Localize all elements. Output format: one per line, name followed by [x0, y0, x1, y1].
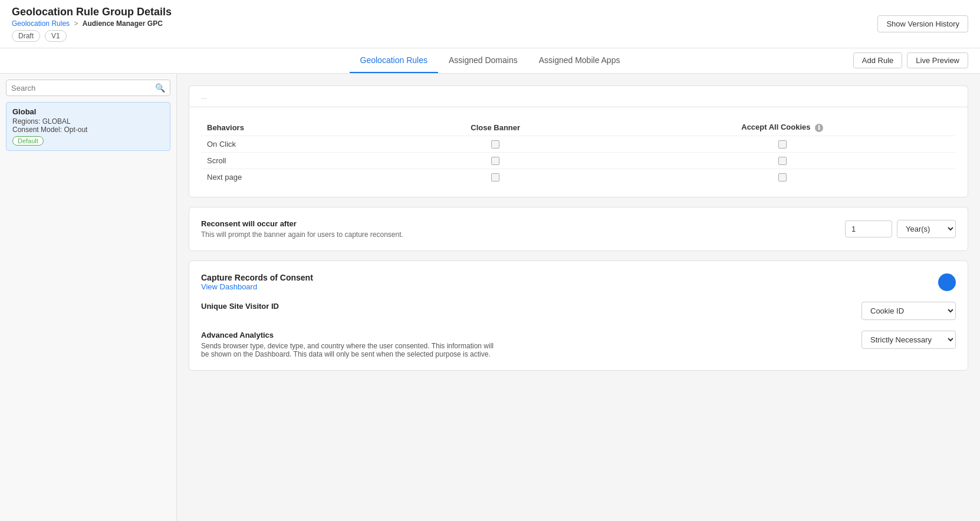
- reconsent-period-select[interactable]: Year(s) Month(s) Day(s): [897, 220, 956, 238]
- breadcrumb: Geolocation Rules > Audience Manager GPC: [12, 19, 172, 28]
- row-scroll-close-banner: [382, 153, 609, 169]
- consent-value: Opt-out: [64, 126, 87, 134]
- sidebar-item-title: Global: [12, 107, 164, 116]
- sidebar-item-region: Regions: GLOBAL: [12, 117, 164, 126]
- default-badge: Default: [12, 136, 44, 146]
- search-input[interactable]: [11, 84, 155, 93]
- draft-badge: Draft: [12, 30, 40, 42]
- tab-assigned-domains[interactable]: Assigned Domains: [438, 48, 528, 73]
- view-dashboard-link[interactable]: View Dashboard: [201, 282, 257, 291]
- col-accept-all-cookies: Accept All Cookies ℹ: [609, 119, 956, 136]
- header-badges: Draft V1: [12, 30, 172, 42]
- version-history-button[interactable]: Show Version History: [877, 15, 968, 32]
- search-icon: 🔍: [155, 83, 165, 93]
- row-onclick-label: On Click: [201, 136, 382, 153]
- unique-visitor-select[interactable]: Cookie ID Session ID Other: [861, 302, 956, 320]
- partial-top-card: ...: [189, 85, 968, 107]
- behaviors-card: Behaviors Close Banner Accept All Cookie…: [189, 107, 968, 197]
- checkbox-onclick-close[interactable]: [491, 140, 499, 149]
- unique-visitor-label-group: Unique Site Visitor ID: [201, 302, 279, 311]
- row-scroll-label: Scroll: [201, 153, 382, 169]
- row-scroll-accept-all: [609, 153, 956, 169]
- reconsent-title: Reconsent will occur after: [201, 219, 403, 228]
- checkbox-nextpage-accept[interactable]: [778, 173, 787, 182]
- add-rule-button[interactable]: Add Rule: [853, 52, 902, 68]
- row-onclick-accept-all: [609, 136, 956, 153]
- capture-title: Capture Records of Consent: [201, 273, 313, 282]
- col-close-banner: Close Banner: [382, 119, 609, 136]
- sidebar: 🔍 Global Regions: GLOBAL Consent Model: …: [0, 74, 177, 521]
- table-row-onclick: On Click: [201, 136, 956, 153]
- unique-visitor-row: Unique Site Visitor ID Cookie ID Session…: [201, 302, 956, 320]
- advanced-analytics-row: Advanced Analytics Sends browser type, d…: [201, 331, 956, 358]
- sidebar-item-global[interactable]: Global Regions: GLOBAL Consent Model: Op…: [6, 102, 170, 151]
- tab-geolocation-rules[interactable]: Geolocation Rules: [350, 48, 438, 73]
- reconsent-controls: Year(s) Month(s) Day(s): [845, 220, 956, 238]
- unique-visitor-label: Unique Site Visitor ID: [201, 302, 279, 311]
- version-badge: V1: [45, 30, 67, 42]
- breadcrumb-current: Audience Manager GPC: [83, 19, 163, 28]
- search-box[interactable]: 🔍: [6, 80, 170, 96]
- advanced-analytics-description: Sends browser type, device type, and cou…: [201, 342, 496, 358]
- row-nextpage-close-banner: [382, 169, 609, 186]
- partial-top-text: ...: [201, 93, 207, 101]
- advanced-analytics-label: Advanced Analytics: [201, 331, 496, 339]
- accept-all-cookies-info-icon[interactable]: ℹ: [815, 124, 823, 132]
- header-left: Geolocation Rule Group Details Geolocati…: [12, 6, 172, 42]
- tabs-actions: Add Rule Live Preview: [853, 52, 968, 68]
- reconsent-number-input[interactable]: [845, 220, 892, 238]
- checkbox-onclick-accept[interactable]: [778, 140, 787, 149]
- region-value: GLOBAL: [42, 117, 71, 126]
- capture-records-card: Capture Records of Consent View Dashboar…: [189, 260, 968, 371]
- live-preview-button[interactable]: Live Preview: [907, 52, 968, 68]
- tab-assigned-mobile-apps[interactable]: Assigned Mobile Apps: [528, 48, 631, 73]
- table-row-nextpage: Next page: [201, 169, 956, 186]
- tabs-bar: Geolocation Rules Assigned Domains Assig…: [0, 48, 980, 74]
- capture-header: Capture Records of Consent View Dashboar…: [201, 273, 956, 291]
- reconsent-description: This will prompt the banner again for us…: [201, 230, 403, 239]
- col-behaviors: Behaviors: [201, 119, 382, 136]
- row-nextpage-accept-all: [609, 169, 956, 186]
- reconsent-card: Reconsent will occur after This will pro…: [189, 207, 968, 251]
- page-title: Geolocation Rule Group Details: [12, 6, 172, 18]
- sidebar-item-consent: Consent Model: Opt-out: [12, 126, 164, 134]
- breadcrumb-separator: >: [74, 19, 78, 28]
- unique-visitor-dropdown: Cookie ID Session ID Other: [861, 302, 956, 320]
- advanced-analytics-label-group: Advanced Analytics Sends browser type, d…: [201, 331, 496, 358]
- breadcrumb-parent-link[interactable]: Geolocation Rules: [12, 19, 70, 28]
- reconsent-info: Reconsent will occur after This will pro…: [201, 219, 403, 239]
- checkbox-nextpage-close[interactable]: [491, 173, 499, 182]
- row-nextpage-label: Next page: [201, 169, 382, 186]
- capture-toggle[interactable]: [938, 273, 956, 291]
- page-header: Geolocation Rule Group Details Geolocati…: [0, 0, 980, 48]
- consent-label: Consent Model:: [12, 126, 62, 134]
- content-area: ... Behaviors Close Banner Accept All Co…: [177, 74, 980, 521]
- advanced-analytics-dropdown: Strictly Necessary Performance Functiona…: [861, 331, 956, 349]
- advanced-analytics-select[interactable]: Strictly Necessary Performance Functiona…: [861, 331, 956, 349]
- table-row-scroll: Scroll: [201, 153, 956, 169]
- capture-title-group: Capture Records of Consent View Dashboar…: [201, 273, 313, 291]
- checkbox-scroll-accept[interactable]: [778, 157, 787, 165]
- main-layout: 🔍 Global Regions: GLOBAL Consent Model: …: [0, 74, 980, 521]
- region-label: Regions:: [12, 117, 40, 126]
- behaviors-table: Behaviors Close Banner Accept All Cookie…: [201, 119, 956, 185]
- row-onclick-close-banner: [382, 136, 609, 153]
- checkbox-scroll-close[interactable]: [491, 157, 499, 165]
